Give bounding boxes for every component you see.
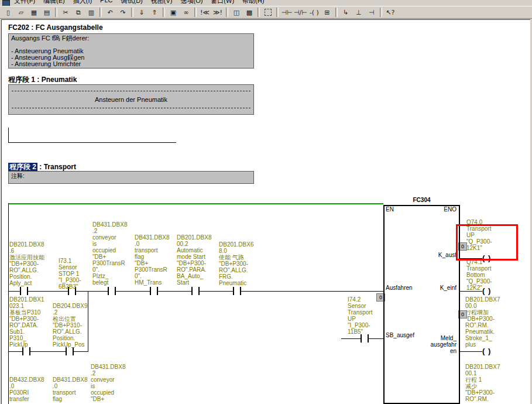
contact-pickup-pos[interactable] [66, 347, 74, 355]
operand-line: I74.2 [348, 296, 372, 303]
operand-line: HM_Trans [135, 279, 169, 286]
operand-line: flag [135, 254, 169, 260]
operand-line: RO".ALLG. [53, 328, 87, 335]
operand-transport-flag-2[interactable]: DB431.DBX8.0transportflag [53, 376, 87, 402]
contact-ba-auto-start[interactable] [191, 287, 200, 295]
operand-line: occupied [91, 389, 125, 396]
operand-line: "DB+P300- [9, 316, 44, 322]
operand-line: Bottom [466, 272, 492, 278]
operand-p310-pickup[interactable]: DB201.DBX1023.1基板当P310"DB+P300-RO".DATA.… [9, 296, 44, 348]
operand-line: 检出位置 [53, 316, 87, 322]
operand-line: Stroke_1_ [465, 335, 500, 341]
operand-line: DB432.DBX8 [9, 376, 44, 383]
operand-line: belegt [92, 279, 127, 286]
operand-line: DB201.DBX8 [177, 234, 211, 241]
operand-line: P030RI [9, 389, 44, 396]
operand-line: 0". [135, 273, 169, 279]
operand-sensor-stop1[interactable]: I73.1SensorSTOP 1"I_P300-6B2B3" [59, 258, 81, 290]
operand-line: Aply_act [9, 280, 44, 286]
operand-line: .2 [53, 309, 87, 316]
operand-stroke-1-plus[interactable]: DB201.DBX700.0行程增加"DB+P300-RO".RM.Pneuma… [465, 296, 500, 348]
operand-line: RO".RM. [465, 396, 500, 402]
fc-block[interactable] [383, 205, 460, 404]
pin-k_ausf: K_ausf [383, 252, 457, 258]
operand-line: "DB+ [91, 396, 125, 402]
operand-line: "DB+P310- [53, 322, 87, 328]
operand-conveyor-occupied-2[interactable]: DB431.DBX8.2conveyorisoccupied"DB+ [91, 364, 125, 402]
operand-line: RO".ALLG. [9, 267, 44, 273]
operand-line: 基板当P310 [9, 309, 44, 316]
operand-p030ri-transfer[interactable]: DB432.DBX8.0P030RItransfer [9, 376, 44, 402]
operand-line: "DB+P300- [465, 316, 500, 322]
operand-line: P310_ [9, 335, 44, 341]
operand-line: DB431.DBX8 [53, 376, 87, 383]
network-1-rail [8, 128, 9, 143]
operand-line: 0". [92, 266, 127, 273]
coil-stroke-1-plus[interactable]: ( ) [482, 347, 491, 355]
operand-line: "I_P300- [348, 322, 372, 328]
operand-line: .0 [9, 383, 44, 389]
operand-line: 00.2 [177, 241, 211, 247]
operand-line: 激活应用技能 [9, 254, 44, 261]
operand-line: PickUp_Pos [53, 341, 87, 348]
operand-line: Sensor [59, 264, 81, 271]
fc-block-title: FC304 [383, 197, 460, 203]
operand-line: 行程 1 [465, 376, 500, 383]
operand-line: Plztz_ [92, 273, 127, 279]
pin-ausgefahr: ausgefahr [383, 341, 457, 348]
operand-ba-auto-start[interactable]: DB201.DBX800.2Automaticmode Start"DB+P30… [177, 234, 211, 286]
operand-line: P300TransR [92, 260, 127, 266]
operand-frg-pneumatic[interactable]: DB201.DBX68.0使能 气路"DB+P300-RO".ALLG.FRG.… [219, 241, 253, 286]
contact-frg-pneumatic[interactable] [233, 287, 241, 295]
pin-k_einf: K_einf [383, 285, 457, 291]
operand-sensor-i74-2[interactable]: I74.2SensorTransportUP"I_P300-11B5" [348, 296, 372, 335]
operand-line: Pneumatik. [465, 328, 500, 335]
operand-line: is [91, 383, 125, 389]
operand-line: .2 [91, 370, 125, 376]
operand-line: "DB+ [135, 260, 169, 266]
operand-line: 使能 气路 [219, 254, 253, 261]
operand-line: transport [135, 247, 169, 254]
operand-line: 00.1 [465, 370, 500, 376]
operand-line: conveyor [91, 376, 125, 383]
operand-line: DB431.DBX8 [135, 234, 169, 241]
contact-p310-pickup[interactable] [22, 347, 30, 355]
operand-line: STOP 1 [59, 271, 81, 277]
left-power-rail [8, 203, 9, 404]
operand-pickup-pos[interactable]: DB204.DBX9.2检出位置"DB+P310-RO".ALLG.Positi… [53, 303, 87, 348]
contact-hm-trans[interactable] [150, 287, 158, 295]
k-einf-wire [460, 291, 482, 292]
operand-line: FRG. [219, 273, 253, 280]
network-1-rung [8, 142, 176, 143]
operand-line: DB204.DBX9 [53, 303, 87, 309]
operand-line: .6 [9, 248, 44, 254]
ladder-canvas: ( )( )( )DB201.DBX8.6激活应用技能"DB+P300-RO".… [0, 0, 532, 404]
operand-hm-trans[interactable]: DB431.DBX8.0transportflag"DB+P300TransR0… [135, 234, 169, 286]
operand-line: .0 [135, 241, 169, 247]
operand-line: DB431.DBX8 [92, 221, 127, 228]
application-window: 文件(F)编辑(E)插入(I)PLC调试(D)视图(V)选项(O)窗口(W)帮助… [0, 0, 532, 404]
branch-rung [8, 351, 88, 352]
operand-line: 11B5" [348, 328, 372, 335]
operand-line: conveyor [92, 234, 127, 241]
operand-line: PickUp [9, 341, 44, 348]
operand-line: RO".ALLG. [219, 267, 253, 273]
operand-line: "DB+P300- [9, 261, 44, 267]
operand-line: 8.0 [219, 248, 253, 254]
operand-line: Transport [466, 265, 492, 272]
operand-line: Sub1. [9, 328, 44, 335]
operand-line: 12K2" [466, 285, 492, 291]
operand-line: DB201.DBX8 [9, 241, 44, 248]
operand-aply-act[interactable]: DB201.DBX8.6激活应用技能"DB+P300-RO".ALLG.Posi… [9, 241, 44, 286]
pin-en: en [383, 348, 457, 354]
operand-line: .2 [92, 228, 127, 234]
contact-aply-act[interactable] [20, 287, 28, 295]
operand-line: P300TransR [135, 266, 169, 273]
operand-plztz-belegt[interactable]: DB431.DBX8.2conveyorisoccupied"DB+P300Tr… [92, 221, 127, 286]
operand-line: Pneumatic [219, 280, 253, 286]
operand-q74-1[interactable]: Q74.1TransportBottom"Q_P300-12K2" [466, 259, 492, 291]
operand-stroke-1-minus[interactable]: DB201.DBX700.1行程 1减少"DB+P300-RO".RM. [465, 364, 500, 402]
operand-line: "DB+P300- [465, 389, 500, 396]
contact-sensor-i74-2[interactable] [361, 334, 369, 343]
contact-plztz-belegt[interactable] [108, 287, 116, 295]
